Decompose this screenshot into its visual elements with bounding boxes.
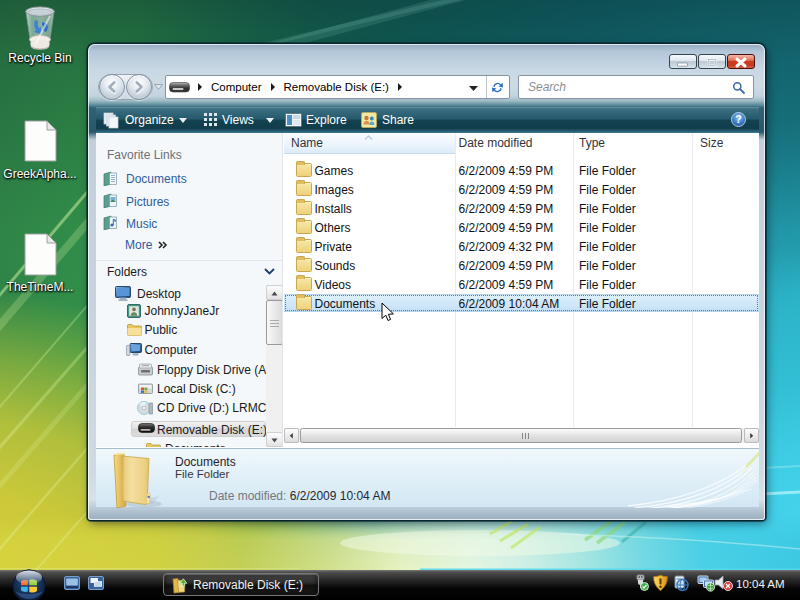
svg-text:?: ?	[735, 113, 741, 125]
